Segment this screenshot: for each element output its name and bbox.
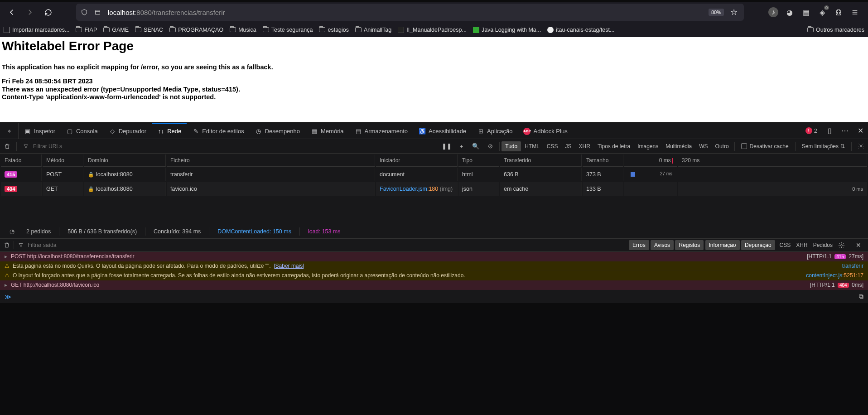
- checkbox-icon: [741, 143, 747, 149]
- pill-xhr[interactable]: XHR: [575, 141, 594, 151]
- pill-js[interactable]: JS: [562, 141, 575, 151]
- col-transferred[interactable]: Transferido: [500, 154, 582, 167]
- split-console-icon[interactable]: ⧉: [859, 293, 863, 300]
- pill-images[interactable]: Imagens: [634, 141, 662, 151]
- network-row[interactable]: 415 POST 🔒localhost:8080 transferir docu…: [1, 168, 867, 181]
- col-size[interactable]: Tamanho: [583, 154, 623, 167]
- ext-adblock-icon[interactable]: ◈0: [817, 7, 827, 17]
- console-row[interactable]: ▸GET http://localhost:8080/favicon.ico[H…: [0, 280, 868, 290]
- pill-logs[interactable]: Registos: [675, 240, 704, 250]
- tab-style-editor[interactable]: ✎Editor de estilos: [187, 123, 250, 139]
- folder-icon: [807, 27, 814, 32]
- col-type[interactable]: Tipo: [458, 154, 499, 167]
- bookmark-item[interactable]: II_ManualdePadroesp...: [398, 27, 467, 33]
- pill-media[interactable]: Multimédia: [662, 141, 695, 151]
- ext-visual-icon[interactable]: ◕: [785, 7, 795, 17]
- tab-application[interactable]: ⊞Aplicação: [472, 123, 518, 139]
- search-button[interactable]: 🔍: [468, 143, 483, 150]
- tab-console[interactable]: ▢Consola: [61, 123, 103, 139]
- tab-performance[interactable]: ◷Desempenho: [250, 123, 305, 139]
- bookmark-folder[interactable]: PROGRAMAÇÃO: [169, 27, 223, 33]
- filter-requests[interactable]: Pedidos: [813, 242, 833, 248]
- pill-info[interactable]: Informação: [705, 240, 740, 250]
- ext-doc-icon[interactable]: ▤: [801, 7, 811, 17]
- console-row[interactable]: ⚠O layout foi forçado antes que a página…: [0, 271, 868, 280]
- col-initiator[interactable]: Iniciador: [376, 154, 458, 167]
- block-button[interactable]: ⊘: [483, 143, 497, 150]
- filter-css[interactable]: CSS: [780, 242, 791, 248]
- bookmark-star-icon[interactable]: ☆: [728, 7, 739, 17]
- forward-button[interactable]: [22, 4, 38, 20]
- responsive-mode-icon[interactable]: ▯: [822, 123, 837, 139]
- col-method[interactable]: Método: [43, 154, 83, 167]
- disable-cache-toggle[interactable]: Desativar cache: [737, 143, 793, 150]
- pill-other[interactable]: Outro: [712, 141, 733, 151]
- bookmark-folder[interactable]: SENAC: [135, 27, 163, 33]
- tab-inspector[interactable]: ▣Inspetor: [19, 123, 61, 139]
- stopwatch-icon[interactable]: ◔: [5, 228, 18, 235]
- tab-memory[interactable]: ▦Memória: [305, 123, 349, 139]
- console-settings-icon[interactable]: [838, 242, 848, 249]
- console-close-icon[interactable]: ✕: [854, 241, 863, 249]
- other-bookmarks[interactable]: Outros marcadores: [807, 27, 864, 33]
- col-file[interactable]: Ficheiro: [167, 154, 375, 167]
- url-bar[interactable]: localhost:8080/transferencias/transferir…: [76, 4, 744, 21]
- bookmark-folder[interactable]: AnimallTag: [355, 27, 391, 33]
- pill-warnings[interactable]: Avisos: [651, 240, 674, 250]
- chevron-updown-icon: ⇅: [840, 143, 845, 150]
- clear-button[interactable]: [0, 143, 14, 150]
- throttling-select[interactable]: Sem limitações ⇅: [797, 143, 849, 150]
- ext-music-icon[interactable]: ♪: [768, 7, 778, 17]
- col-domain[interactable]: Domínio: [84, 154, 166, 167]
- bookmark-folder[interactable]: estagios: [319, 27, 349, 33]
- picker-button[interactable]: ⌖: [0, 123, 18, 139]
- extensions-icon[interactable]: [834, 7, 844, 17]
- filter-icon: [14, 242, 28, 248]
- back-button[interactable]: [4, 4, 20, 20]
- pill-all[interactable]: Tudo: [502, 141, 521, 151]
- col-status[interactable]: Estado: [1, 154, 42, 167]
- pill-html[interactable]: HTML: [521, 141, 543, 151]
- tab-network[interactable]: ↑↓Rede: [152, 123, 187, 139]
- add-button[interactable]: ＋: [454, 142, 468, 150]
- reload-button[interactable]: [40, 4, 56, 20]
- console-prompt[interactable]: ≫ ⧉: [0, 290, 868, 303]
- transferred-summary: 506 B / 636 B transferido(s): [68, 228, 137, 235]
- pill-debug[interactable]: Depuração: [741, 240, 775, 250]
- clear-console-button[interactable]: [0, 242, 14, 248]
- bookmark-folder[interactable]: Teste segurança: [263, 27, 313, 33]
- pause-button[interactable]: ❚❚: [439, 143, 454, 150]
- filter-xhr[interactable]: XHR: [796, 242, 807, 248]
- tab-accessibility[interactable]: ♿Acessibilidade: [413, 123, 472, 139]
- filter-urls-input[interactable]: [33, 143, 115, 150]
- devtools-menu-icon[interactable]: ⋯: [837, 123, 853, 139]
- url-text: localhost:8080/transferencias/transferir: [108, 9, 704, 16]
- col-t1: 320 ms: [678, 154, 867, 167]
- import-bookmarks[interactable]: Importar marcadores...: [4, 27, 69, 33]
- app-menu-icon[interactable]: [850, 7, 860, 17]
- pill-ws[interactable]: WS: [695, 141, 711, 151]
- zoom-badge[interactable]: 80%: [709, 9, 724, 16]
- page-info-icon[interactable]: [94, 9, 103, 16]
- bookmark-item[interactable]: itau-canais-estag/test...: [547, 27, 614, 33]
- tab-storage[interactable]: ▤Armazenamento: [349, 123, 413, 139]
- bookmark-folder[interactable]: Musica: [230, 27, 256, 33]
- error-count[interactable]: !2: [801, 123, 822, 139]
- console-row[interactable]: ▸POST http://localhost:8080/transferenci…: [0, 252, 868, 261]
- bookmark-folder[interactable]: FIAP: [76, 27, 97, 33]
- network-settings-icon[interactable]: [854, 143, 868, 150]
- error-title: Whitelabel Error Page: [2, 39, 866, 53]
- network-row[interactable]: 404 GET 🔒localhost:8080 favicon.ico Favi…: [1, 182, 867, 196]
- pill-errors[interactable]: Erros: [629, 240, 649, 250]
- pill-css[interactable]: CSS: [543, 141, 562, 151]
- filter-output-input[interactable]: [28, 242, 109, 248]
- tab-adblock[interactable]: ABPAdblock Plus: [518, 123, 573, 139]
- console-row[interactable]: ⚠Esta página está no modo Quirks. O layo…: [0, 261, 868, 271]
- tracking-shield-icon[interactable]: [81, 9, 90, 16]
- bookmark-folder[interactable]: GAME: [103, 27, 129, 33]
- devtools-close-icon[interactable]: ✕: [853, 123, 868, 139]
- tab-debugger[interactable]: ◇Depurador: [103, 123, 152, 139]
- filter-pills: Tudo HTML CSS JS XHR Tipos de letra Imag…: [502, 141, 732, 151]
- bookmark-item[interactable]: Java Logging with Ma...: [473, 27, 541, 33]
- pill-fonts[interactable]: Tipos de letra: [594, 141, 634, 151]
